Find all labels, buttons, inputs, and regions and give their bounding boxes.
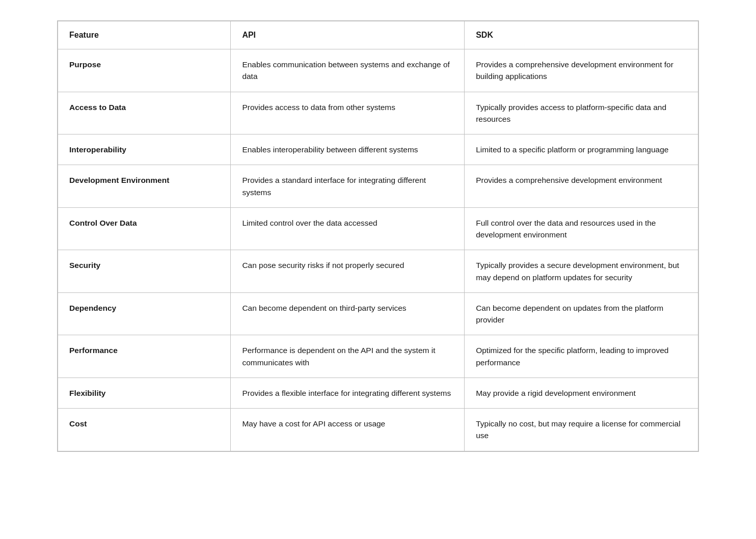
table-row: SecurityCan pose security risks if not p… xyxy=(58,250,698,293)
cell-api: Enables interoperability between differe… xyxy=(231,134,465,165)
cell-sdk: Can become dependent on updates from the… xyxy=(465,292,698,335)
cell-feature: Control Over Data xyxy=(58,207,231,250)
header-sdk: SDK xyxy=(465,21,698,49)
cell-api: Limited control over the data accessed xyxy=(231,207,465,250)
table-row: PerformancePerformance is dependent on t… xyxy=(58,335,698,378)
cell-feature: Development Environment xyxy=(58,165,231,208)
cell-feature: Performance xyxy=(58,335,231,378)
cell-api: Performance is dependent on the API and … xyxy=(231,335,465,378)
cell-feature: Interoperability xyxy=(58,134,231,165)
cell-feature: Dependency xyxy=(58,292,231,335)
table-row: PurposeEnables communication between sys… xyxy=(58,49,698,92)
table-header-row: Feature API SDK xyxy=(58,21,698,49)
cell-feature: Purpose xyxy=(58,49,231,92)
header-feature: Feature xyxy=(58,21,231,49)
table-row: InteroperabilityEnables interoperability… xyxy=(58,134,698,165)
cell-api: Can become dependent on third-party serv… xyxy=(231,292,465,335)
cell-sdk: Typically provides a secure development … xyxy=(465,250,698,293)
cell-api: Enables communication between systems an… xyxy=(231,49,465,92)
table-row: CostMay have a cost for API access or us… xyxy=(58,409,698,451)
header-api: API xyxy=(231,21,465,49)
cell-sdk: Provides a comprehensive development env… xyxy=(465,49,698,92)
cell-sdk: May provide a rigid development environm… xyxy=(465,378,698,408)
table-row: Control Over DataLimited control over th… xyxy=(58,207,698,250)
cell-sdk: Typically no cost, but may require a lic… xyxy=(465,409,698,451)
table-row: DependencyCan become dependent on third-… xyxy=(58,292,698,335)
cell-api: Provides a flexible interface for integr… xyxy=(231,378,465,408)
cell-api: Provides a standard interface for integr… xyxy=(231,165,465,208)
cell-api: Can pose security risks if not properly … xyxy=(231,250,465,293)
cell-sdk: Optimized for the specific platform, lea… xyxy=(465,335,698,378)
cell-sdk: Typically provides access to platform-sp… xyxy=(465,92,698,134)
table-row: FlexibilityProvides a flexible interface… xyxy=(58,378,698,408)
cell-feature: Flexibility xyxy=(58,378,231,408)
table-row: Access to DataProvides access to data fr… xyxy=(58,92,698,134)
cell-api: Provides access to data from other syste… xyxy=(231,92,465,134)
cell-feature: Access to Data xyxy=(58,92,231,134)
cell-sdk: Limited to a specific platform or progra… xyxy=(465,134,698,165)
cell-sdk: Provides a comprehensive development env… xyxy=(465,165,698,208)
cell-feature: Cost xyxy=(58,409,231,451)
comparison-table: Feature API SDK PurposeEnables communica… xyxy=(58,21,698,451)
cell-api: May have a cost for API access or usage xyxy=(231,409,465,451)
comparison-table-wrapper: Feature API SDK PurposeEnables communica… xyxy=(57,20,699,452)
table-row: Development EnvironmentProvides a standa… xyxy=(58,165,698,208)
cell-sdk: Full control over the data and resources… xyxy=(465,207,698,250)
cell-feature: Security xyxy=(58,250,231,293)
